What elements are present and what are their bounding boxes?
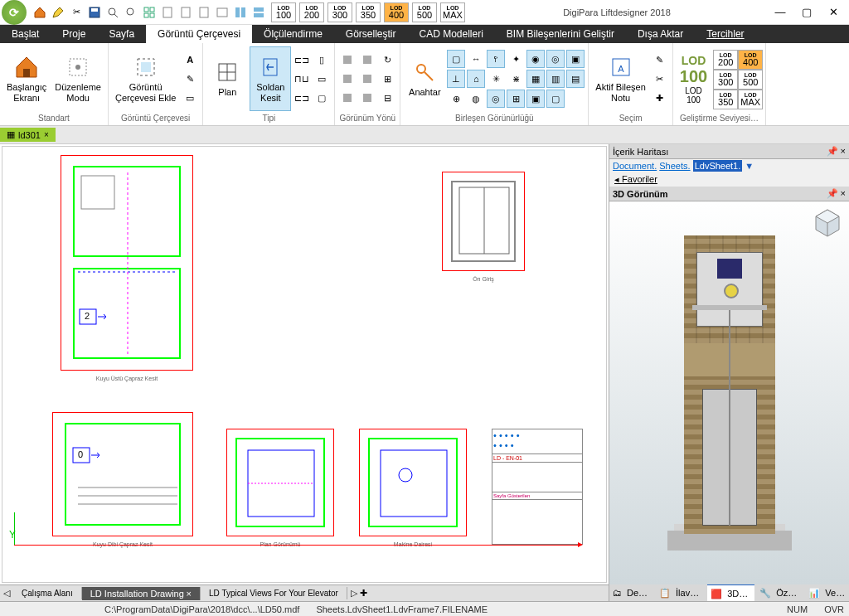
frame-text-icon[interactable]: A xyxy=(181,51,199,69)
btab-ilav[interactable]: 📋 İlav… xyxy=(656,584,706,601)
drawing-canvas[interactable]: 2 Kuyu Üstü Çapraz Kesit Ön Giriş xyxy=(2,146,607,583)
vis1-icon[interactable]: ▢ xyxy=(447,50,465,68)
vis16-icon[interactable]: ◍ xyxy=(467,90,485,108)
vis11-icon[interactable]: ⋇ xyxy=(507,70,525,88)
menu-baslat[interactable]: Başlat xyxy=(0,25,51,43)
vis3-icon[interactable]: ⫯ xyxy=(487,50,505,68)
qat-lod-100[interactable]: LOD100 xyxy=(271,2,296,22)
viewcube-icon[interactable] xyxy=(813,208,842,238)
view-dir1-icon[interactable] xyxy=(338,51,357,69)
btab-oz[interactable]: 🔧 Öz… xyxy=(756,584,803,601)
anahtar-button[interactable]: Anahtar xyxy=(404,46,445,111)
pin-icon[interactable]: 📌 xyxy=(827,146,838,156)
qat-doc1-icon[interactable] xyxy=(159,4,176,21)
doc-tab-close-icon[interactable]: × xyxy=(44,130,49,139)
frame-tool-icon[interactable]: ▭ xyxy=(181,89,199,107)
vis7-icon[interactable]: ▣ xyxy=(566,50,585,68)
view-dir6-icon[interactable] xyxy=(358,89,376,107)
sheet-view-2[interactable]: Ön Giriş xyxy=(442,172,525,271)
menu-sayfa[interactable]: Sayfa xyxy=(97,25,146,43)
sheet-tab-prev-icon[interactable]: ◁ xyxy=(0,588,13,599)
vis10-icon[interactable]: ✳ xyxy=(487,70,505,88)
titleblock[interactable]: • • • • •• • • • LD - EN-01 Sayfa Göster… xyxy=(492,429,583,545)
qat-sheet-icon[interactable] xyxy=(214,4,230,21)
menu-disa-aktar[interactable]: Dışa Aktar xyxy=(626,25,695,43)
frame-note-icon[interactable]: ✎ xyxy=(181,70,199,88)
panel-close-icon[interactable]: × xyxy=(841,146,846,156)
menu-bim-bilesen[interactable]: BIM Bileşenlerini Geliştir xyxy=(495,25,626,43)
rb-lod-500[interactable]: LOD500 xyxy=(738,70,763,90)
menu-tercihler[interactable]: Tercihler xyxy=(695,25,755,43)
qat-zoom-in-icon[interactable] xyxy=(104,4,121,21)
sheet-tab-add-icon[interactable]: ▷ ✚ xyxy=(347,588,371,599)
pin2-icon[interactable]: 📌 xyxy=(827,188,838,198)
qat-lod-350[interactable]: LOD350 xyxy=(356,2,381,22)
vis12-icon[interactable]: ▦ xyxy=(526,70,545,88)
vis8-icon[interactable]: ⊥ xyxy=(447,70,465,88)
qat-lod-300[interactable]: LOD300 xyxy=(327,2,352,22)
qat-doc3-icon[interactable] xyxy=(196,4,212,21)
bc-sheets[interactable]: Sheets. xyxy=(659,161,690,171)
qat-home-icon[interactable] xyxy=(32,4,48,21)
menu-gorsellestir[interactable]: Görselleştir xyxy=(334,25,408,43)
bc-dropdown-icon[interactable]: ▼ xyxy=(745,161,754,171)
soldan-kesit-button[interactable]: Soldan Kesit xyxy=(250,46,291,111)
qat-zoom-out-icon[interactable] xyxy=(123,4,139,21)
plan-button[interactable]: Plan xyxy=(206,46,248,111)
document-tab-ld301[interactable]: ▦ ld301 × xyxy=(0,128,56,142)
view3d-viewport[interactable] xyxy=(609,201,849,584)
vis6-icon[interactable]: ◎ xyxy=(546,50,565,68)
secim-opt1-icon[interactable]: ✎ xyxy=(651,51,669,69)
sheet-tab-close-icon[interactable]: × xyxy=(187,589,192,599)
vis4-icon[interactable]: ✦ xyxy=(507,50,525,68)
sheet-tab-installation[interactable]: LD Installation Drawing × xyxy=(82,587,201,600)
secim-opt2-icon[interactable]: ✂ xyxy=(651,70,669,88)
view-dir8-icon[interactable]: ⊞ xyxy=(378,70,396,88)
menu-goruntu-cercevesi[interactable]: Görüntü Çerçevesi xyxy=(146,25,252,43)
secim-opt3-icon[interactable]: ✚ xyxy=(651,89,669,107)
add-frame-button[interactable]: Görüntü Çerçevesi Ekle xyxy=(112,46,179,111)
vis13-icon[interactable]: ▥ xyxy=(546,70,565,88)
edit-mode-button[interactable]: Düzenleme Modu xyxy=(51,46,104,111)
menu-proje[interactable]: Proje xyxy=(51,25,97,43)
view-dir7-icon[interactable]: ↻ xyxy=(378,51,396,69)
qat-scissors-icon[interactable]: ✂ xyxy=(68,4,85,21)
qat-layers-icon[interactable] xyxy=(232,4,249,21)
start-screen-button[interactable]: Başlangıç Ekranı xyxy=(3,46,50,111)
favorites-link[interactable]: ◂ Favoriler xyxy=(609,172,849,187)
tipi-opt1-icon[interactable]: ⊏⊐ xyxy=(293,51,311,69)
vis20-icon[interactable]: ▢ xyxy=(546,90,565,108)
qat-lod-500[interactable]: LOD500 xyxy=(412,2,437,22)
btab-ve[interactable]: 📊 Ve… xyxy=(805,584,849,601)
qat-lod-200[interactable]: LOD200 xyxy=(299,2,324,22)
tipi-opt2-icon[interactable]: ⊓⊔ xyxy=(293,70,311,88)
rb-lod-300[interactable]: LOD300 xyxy=(713,70,738,90)
qat-layout-icon[interactable] xyxy=(250,4,267,21)
btab-3d[interactable]: 🟥 3D… xyxy=(707,584,754,601)
sheet-view-5[interactable]: Makine Dairesi xyxy=(359,429,467,536)
menu-cad-modelleri[interactable]: CAD Modelleri xyxy=(408,25,495,43)
tipi-opt3-icon[interactable]: ⊏⊐ xyxy=(293,89,311,107)
sheet-view-1[interactable]: 2 Kuyu Üstü Çapraz Kesit xyxy=(61,155,193,371)
vis19-icon[interactable]: ▣ xyxy=(526,90,545,108)
sheet-view-3[interactable]: 0 Kuyu Dibi Çapraz Kesit xyxy=(52,412,193,536)
app-logo[interactable]: ⟳ xyxy=(2,0,27,25)
qat-doc2-icon[interactable] xyxy=(177,4,194,21)
view-dir9-icon[interactable]: ⊟ xyxy=(378,89,396,107)
vis2-icon[interactable]: ↔ xyxy=(467,50,485,68)
rb-lod-max[interactable]: LODMAX xyxy=(738,90,763,109)
menu-olculendirme[interactable]: Ölçülendirme xyxy=(252,25,334,43)
minimize-button[interactable]: — xyxy=(768,3,793,22)
vis14-icon[interactable]: ▤ xyxy=(566,70,585,88)
close-button[interactable]: ✕ xyxy=(821,3,846,22)
aktif-bilesen-button[interactable]: A Aktif Bileşen Notu xyxy=(592,46,649,111)
vis18-icon[interactable]: ⊞ xyxy=(507,90,525,108)
maximize-button[interactable]: ▢ xyxy=(794,3,819,22)
vis21-icon[interactable] xyxy=(566,90,585,108)
btab-de[interactable]: 🗂 De… xyxy=(609,584,654,601)
qat-lod-400[interactable]: LOD400 xyxy=(384,2,409,22)
view-dir2-icon[interactable] xyxy=(338,70,357,88)
sheet-tab-typical[interactable]: LD Typical Views For Your Elevator xyxy=(201,587,347,599)
rb-lod-400[interactable]: LOD400 xyxy=(738,50,763,70)
qat-save-icon[interactable] xyxy=(86,4,103,21)
